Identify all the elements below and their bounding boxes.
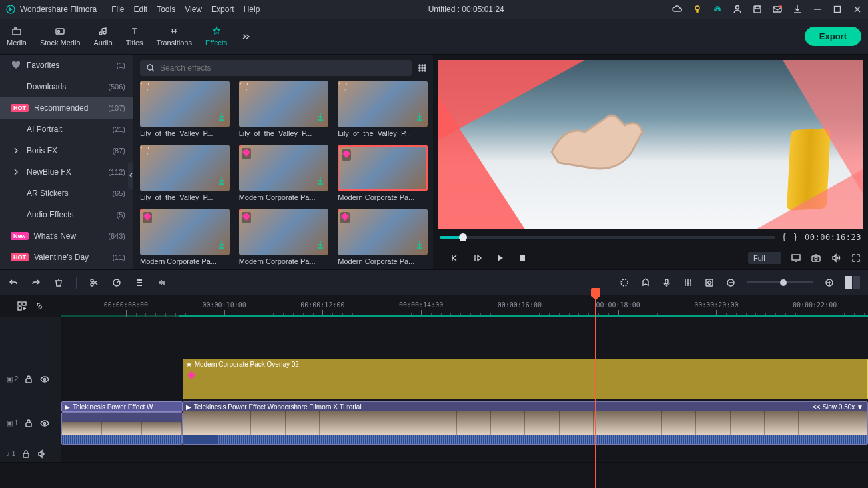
tab-transitions[interactable]: Transitions <box>157 26 192 47</box>
effect-thumb[interactable] <box>140 209 230 255</box>
sidebar-item-favorites[interactable]: Favorites(1) <box>0 55 133 76</box>
minimize-icon[interactable] <box>812 4 823 15</box>
account-icon[interactable] <box>732 4 743 15</box>
export-button[interactable]: Export <box>805 27 861 46</box>
split-icon[interactable] <box>89 277 99 288</box>
render-icon[interactable] <box>619 277 630 288</box>
stop-icon[interactable] <box>517 253 528 263</box>
sidebar-item-audio-effects[interactable]: Audio Effects(5) <box>0 204 133 225</box>
effect-card[interactable]: Modern Corporate Pa... <box>239 209 329 265</box>
delete-icon[interactable] <box>53 277 64 288</box>
display-icon[interactable] <box>791 253 801 263</box>
mute-icon[interactable] <box>37 449 47 459</box>
fullscreen-icon[interactable] <box>851 253 861 263</box>
effect-thumb[interactable] <box>239 81 329 127</box>
cloud-icon[interactable] <box>672 4 683 15</box>
search-effects-box[interactable] <box>140 60 412 76</box>
download-effect-icon[interactable] <box>217 111 227 124</box>
snapshot-icon[interactable] <box>811 253 821 263</box>
undo-icon[interactable] <box>8 277 19 288</box>
effect-card[interactable]: Lily_of_the_Valley_P... <box>239 81 329 137</box>
menu-edit[interactable]: Edit <box>134 5 148 14</box>
lock-icon[interactable] <box>23 418 34 429</box>
effect-thumb[interactable] <box>338 81 428 127</box>
sidebar-item-downloads[interactable]: Downloads(506) <box>0 76 133 97</box>
adjust-icon[interactable] <box>134 277 145 288</box>
download-effect-icon[interactable] <box>217 175 227 188</box>
track-lane-audio[interactable] <box>61 445 868 462</box>
eye-icon[interactable] <box>39 418 50 429</box>
effect-card[interactable]: Modern Corporate Pa... <box>140 209 230 265</box>
clip-overlay[interactable]: ★Modern Corporate Pack Overlay 02 <box>183 359 868 399</box>
close-icon[interactable] <box>852 4 863 15</box>
grid-view-icon[interactable] <box>417 63 428 73</box>
idea-icon[interactable] <box>692 4 703 15</box>
tab-titles[interactable]: Titles <box>126 26 143 47</box>
download-effect-icon[interactable] <box>315 175 326 188</box>
prev-frame-icon[interactable] <box>449 253 460 263</box>
effect-thumb[interactable] <box>239 145 329 191</box>
tab-stock-media[interactable]: Stock Media <box>40 26 81 47</box>
redo-icon[interactable] <box>31 277 41 288</box>
effect-card[interactable]: Modern Corporate Pa... <box>239 145 329 201</box>
link-icon[interactable] <box>34 301 45 311</box>
effect-card[interactable]: Lily_of_the_Valley_P... <box>140 81 230 137</box>
collapse-panel-button[interactable] <box>128 162 133 189</box>
track-lane-1[interactable]: ▶ Telekinesis Power Effect W ▶ Telekines… <box>61 401 868 445</box>
effect-card[interactable]: Lily_of_the_Valley_P... <box>140 145 230 201</box>
menu-tools[interactable]: Tools <box>157 5 175 14</box>
download-effect-icon[interactable] <box>414 239 425 252</box>
manage-tracks-icon[interactable] <box>17 301 27 311</box>
download-effect-icon[interactable] <box>414 111 425 124</box>
effect-card[interactable]: Modern Corporate Pa... <box>338 145 428 201</box>
zoom-out-icon[interactable] <box>725 277 736 288</box>
mixer-icon[interactable] <box>683 277 693 288</box>
download-effect-icon[interactable] <box>315 111 326 124</box>
zoom-slider[interactable] <box>747 281 813 283</box>
effect-thumb[interactable] <box>140 81 230 127</box>
effect-thumb[interactable] <box>140 145 230 191</box>
menu-export[interactable]: Export <box>211 5 234 14</box>
more-tabs-icon[interactable] <box>240 31 251 42</box>
voiceover-icon[interactable] <box>661 277 672 288</box>
maximize-icon[interactable] <box>832 4 843 15</box>
tab-media[interactable]: Media <box>7 26 27 47</box>
effect-thumb[interactable] <box>239 209 329 255</box>
sidebar-item-newblue-fx[interactable]: NewBlue FX(112) <box>0 161 133 183</box>
effect-thumb[interactable] <box>338 209 428 255</box>
marker-icon[interactable] <box>640 277 651 288</box>
eye-icon[interactable] <box>39 374 50 385</box>
sidebar-item-recommended[interactable]: HOTRecommended(107) <box>0 97 133 119</box>
effect-card[interactable]: Lily_of_the_Valley_P... <box>338 81 428 137</box>
save-icon[interactable] <box>752 4 763 15</box>
tab-audio[interactable]: Audio <box>94 26 113 47</box>
preview-quality-select[interactable]: Full <box>748 252 781 264</box>
keyframe-icon[interactable] <box>704 277 715 288</box>
message-icon[interactable] <box>772 4 783 15</box>
play-icon[interactable] <box>494 253 505 263</box>
effect-thumb[interactable] <box>338 145 428 191</box>
volume-icon[interactable] <box>831 253 841 263</box>
menu-file[interactable]: File <box>111 5 124 14</box>
sidebar-item-boris-fx[interactable]: Boris FX(87) <box>0 140 133 161</box>
download-effect-icon[interactable] <box>315 239 326 252</box>
track-lane-2[interactable]: ★Modern Corporate Pack Overlay 02 <box>61 357 868 401</box>
mark-in-icon[interactable]: { <box>782 233 787 242</box>
lock-icon[interactable] <box>21 449 31 459</box>
clip-video-intro-body[interactable] <box>61 412 183 445</box>
audio-wave-icon[interactable] <box>157 277 167 288</box>
download-effect-icon[interactable] <box>217 239 227 252</box>
sidebar-item-ar-stickers[interactable]: AR Stickers(65) <box>0 183 133 204</box>
effect-card[interactable]: Modern Corporate Pa... <box>338 209 428 265</box>
search-input[interactable] <box>160 63 406 73</box>
play-pause-icon[interactable] <box>472 253 482 263</box>
clip-video-main[interactable]: ▶ Telekinesis Power Effect Wondershare F… <box>183 401 868 445</box>
zoom-in-icon[interactable] <box>824 277 835 288</box>
download-icon[interactable] <box>792 4 803 15</box>
mark-out-icon[interactable]: } <box>793 233 798 242</box>
clip-speed-label[interactable]: << Slow 0.50x ▼ <box>813 403 863 411</box>
lock-icon[interactable] <box>23 374 34 385</box>
preview-scrubber[interactable]: { } 00:00:16:23 <box>440 232 861 243</box>
timeline-ruler[interactable]: 00:00:08:0000:00:10:0000:00:12:0000:00:1… <box>61 295 868 317</box>
clip-video-intro[interactable]: ▶ Telekinesis Power Effect W <box>61 401 183 412</box>
